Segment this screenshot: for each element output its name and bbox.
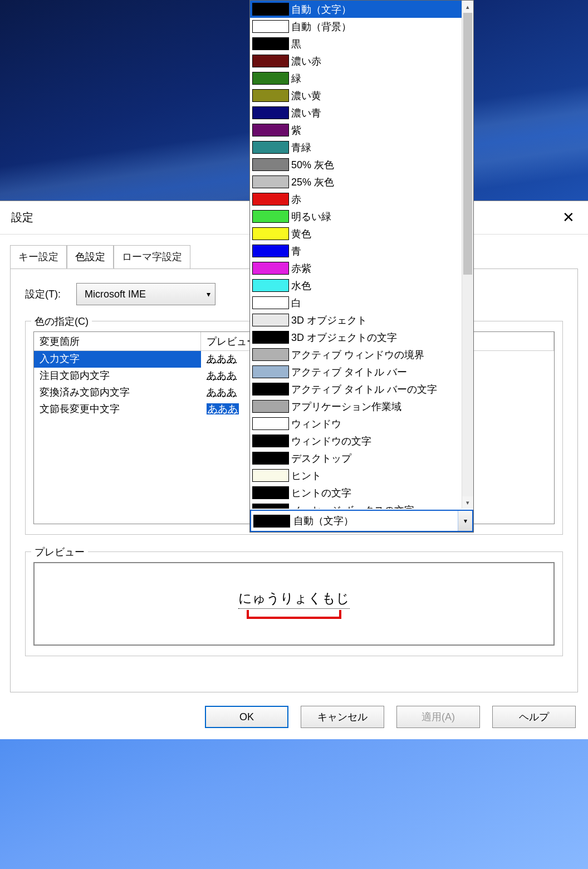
cancel-button[interactable]: キャンセル — [301, 706, 384, 728]
color-option[interactable]: ヒント — [250, 467, 462, 484]
close-button[interactable]: ✕ — [549, 201, 588, 235]
color-option[interactable]: 濃い黄 — [250, 87, 462, 104]
color-swatch — [252, 262, 289, 275]
color-option[interactable]: 赤 — [250, 191, 462, 208]
help-button[interactable]: ヘルプ — [492, 706, 576, 728]
color-option-label: アクティブ タイトル バーの文字 — [290, 383, 437, 396]
settings-label: 設定(T): — [25, 287, 61, 301]
color-swatch — [252, 365, 289, 378]
color-option-label: 赤紫 — [290, 262, 311, 275]
color-options-list[interactable]: 自動（文字）自動（背景）黒濃い赤緑濃い黄濃い青紫青緑50% 灰色25% 灰色赤明… — [250, 1, 473, 509]
color-option[interactable]: 3D オブジェクトの文字 — [250, 329, 462, 346]
color-option[interactable]: デスクトップ — [250, 450, 462, 467]
col-location-header[interactable]: 変更箇所 — [34, 332, 201, 350]
color-option-label: 濃い赤 — [290, 55, 321, 68]
color-swatch — [252, 486, 289, 499]
color-swatch — [252, 434, 289, 447]
color-option[interactable]: 自動（背景） — [250, 18, 462, 35]
color-option[interactable]: 3D オブジェクト — [250, 311, 462, 329]
color-option[interactable]: 明るい緑 — [250, 208, 462, 225]
color-swatch — [252, 55, 289, 67]
color-option[interactable]: メッセージ ボックスの文字 — [250, 501, 462, 509]
color-swatch — [252, 383, 289, 396]
color-option[interactable]: アクティブ タイトル バー — [250, 363, 462, 380]
color-option-label: 緑 — [290, 72, 301, 85]
current-color-label: 自動（文字） — [292, 514, 458, 528]
color-swatch — [252, 417, 289, 430]
color-option[interactable]: アクティブ タイトル バーの文字 — [250, 380, 462, 398]
color-option-label: アクティブ タイトル バー — [290, 365, 407, 379]
color-option[interactable]: 水色 — [250, 277, 462, 294]
color-option-label: 水色 — [290, 279, 311, 292]
color-swatch — [252, 20, 289, 33]
tab-romaji-settings[interactable]: ローマ字設定 — [114, 245, 190, 268]
color-option[interactable]: 濃い赤 — [250, 52, 462, 70]
color-option[interactable]: 白 — [250, 294, 462, 311]
color-option-label: デスクトップ — [290, 452, 351, 465]
color-option[interactable]: 黒 — [250, 35, 462, 52]
ime-dropdown[interactable]: Microsoft IME ▾ — [76, 283, 215, 305]
color-swatch — [252, 210, 289, 223]
color-option-label: 50% 灰色 — [290, 158, 334, 172]
color-option[interactable]: 青緑 — [250, 139, 462, 156]
preview-red-underline — [247, 610, 341, 619]
color-option-label: 青 — [290, 245, 301, 258]
color-swatch — [252, 227, 289, 240]
color-option-label: 明るい緑 — [290, 210, 331, 223]
color-swatch — [252, 469, 289, 482]
color-option-label: アプリケーション作業域 — [290, 400, 401, 413]
apply-button[interactable]: 適用(A) — [396, 706, 480, 728]
color-option-label: 濃い青 — [290, 106, 321, 120]
scroll-up-button[interactable]: ▴ — [462, 1, 473, 13]
color-option[interactable]: ウィンドウ — [250, 415, 462, 432]
chevron-down-icon: ▾ — [207, 290, 210, 299]
tab-key-settings[interactable]: キー設定 — [10, 245, 67, 268]
color-option-label: 黄色 — [290, 227, 311, 241]
color-swatch — [252, 314, 289, 326]
scroll-down-button[interactable]: ▾ — [462, 496, 473, 509]
color-swatch — [252, 296, 289, 309]
color-dropdown-current[interactable]: 自動（文字） ▾ — [250, 510, 473, 532]
color-option-label: 3D オブジェクト — [290, 314, 367, 327]
color-option[interactable]: 自動（文字） — [250, 1, 462, 18]
color-swatch — [252, 141, 289, 154]
chevron-down-icon[interactable]: ▾ — [458, 511, 472, 531]
preview-sample-text: にゅうりょくもじ — [238, 589, 350, 609]
color-swatch — [252, 3, 289, 16]
color-swatch — [252, 158, 289, 171]
preview-box: にゅうりょくもじ — [33, 562, 555, 646]
color-option-label: 自動（文字） — [290, 3, 351, 16]
scroll-thumb[interactable] — [463, 13, 472, 275]
color-option[interactable]: 50% 灰色 — [250, 156, 462, 173]
color-option[interactable]: アクティブ ウィンドウの境界 — [250, 346, 462, 363]
color-option[interactable]: 濃い青 — [250, 104, 462, 121]
scrollbar[interactable]: ▴ ▾ — [462, 1, 473, 509]
scroll-track[interactable] — [462, 13, 473, 496]
list-item-name: 入力文字 — [34, 351, 201, 368]
tab-color-settings[interactable]: 色設定 — [67, 245, 114, 268]
current-color-swatch — [253, 515, 290, 528]
color-swatch — [252, 124, 289, 136]
color-option-label: 青緑 — [290, 141, 311, 154]
color-option[interactable]: 紫 — [250, 121, 462, 139]
dialog-title: 設定 — [11, 210, 33, 225]
color-swatch — [252, 331, 289, 344]
color-option-label: アクティブ ウィンドウの境界 — [290, 348, 424, 362]
color-swatch — [252, 279, 289, 292]
color-option-label: 白 — [290, 296, 301, 310]
color-option[interactable]: アプリケーション作業域 — [250, 398, 462, 415]
color-option[interactable]: 25% 灰色 — [250, 173, 462, 191]
ok-button[interactable]: OK — [205, 706, 288, 728]
color-option[interactable]: 黄色 — [250, 225, 462, 242]
color-option[interactable]: 緑 — [250, 70, 462, 87]
color-option[interactable]: 青 — [250, 242, 462, 260]
color-option[interactable]: ウィンドウの文字 — [250, 432, 462, 450]
color-option-label: 自動（背景） — [290, 20, 351, 33]
color-option-label: ヒント — [290, 469, 321, 482]
list-item-name: 注目文節内文字 — [34, 368, 201, 384]
color-option[interactable]: ヒントの文字 — [250, 484, 462, 501]
color-swatch — [252, 193, 289, 206]
color-option[interactable]: 赤紫 — [250, 260, 462, 277]
list-item-name: 変換済み文節内文字 — [34, 384, 201, 401]
color-dropdown-panel: 自動（文字）自動（背景）黒濃い赤緑濃い黄濃い青紫青緑50% 灰色25% 灰色赤明… — [249, 0, 474, 533]
